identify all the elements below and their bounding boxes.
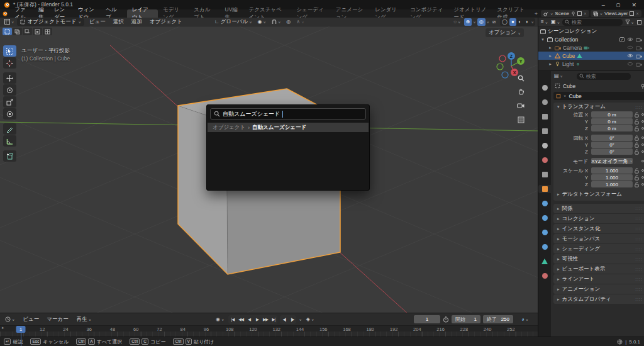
panel-grip-icon[interactable]: :::: [635,206,643,211]
pin-icon[interactable] [571,11,575,16]
outliner-row-camera[interactable]: ▸ Camera [538,43,644,52]
zoom-button[interactable] [516,73,526,83]
expand-caret-icon[interactable]: ▸ [548,45,553,50]
gizmos-toggle-button[interactable]: ⊕ [464,18,472,26]
delta-transform-header[interactable]: ▸ デルタトランスフォーム [553,188,644,198]
gizmos-dropdown-caret[interactable]: ∨ [473,20,475,24]
search-result-item[interactable]: オブジェクト › 自動スムーズシェード [208,123,369,132]
section-カスタムプロパティ[interactable]: ▸ カスタムプロパティ :::: [553,294,644,304]
hide-eye-icon[interactable] [627,62,633,66]
tool-measure-button[interactable] [3,135,16,147]
timeline-ruler[interactable]: 1224364860728496108120132144156168180192… [0,326,538,337]
disable-render-icon[interactable] [636,45,642,50]
xray-toggle-button[interactable]: ⧄ [491,18,497,26]
lock-icon[interactable] [633,168,640,174]
panel-grip-icon[interactable]: :::: [635,277,643,281]
select-mode-extend-button[interactable] [13,28,22,35]
shading-material-button[interactable]: ◐ [516,18,523,26]
lock-icon[interactable] [633,119,640,125]
properties-tab-view-layer[interactable] [538,127,551,135]
playhead[interactable]: 1 [16,326,26,333]
workspace-tab[interactable]: スクリプト作成 [492,9,531,18]
camera-view-button[interactable] [516,100,526,110]
properties-tab-world[interactable] [538,156,551,164]
tool-scale-button[interactable] [3,96,16,108]
shading-dropdown-caret[interactable]: ∨ [530,20,535,24]
transform-value-field[interactable]: 1.000∨ [591,181,633,187]
animate-dot[interactable] [641,113,644,116]
timeline-expand-arrow[interactable]: ▸ [2,325,4,330]
network-status-icon[interactable] [617,339,623,345]
lock-icon[interactable] [633,142,640,148]
shading-rendered-button[interactable]: ◑ [523,18,530,26]
select-mode-new-button[interactable] [3,28,12,35]
hide-eye-icon[interactable] [627,45,633,50]
properties-tab-object[interactable] [538,185,551,193]
animate-dot[interactable] [641,127,644,130]
properties-tab-tool[interactable] [538,84,551,92]
properties-tab-particles[interactable] [538,214,551,222]
blender-menu-icon[interactable] [3,11,8,17]
lock-icon[interactable] [633,112,640,118]
pan-button[interactable] [516,86,526,96]
close-button[interactable]: ✕ [631,2,636,8]
panel-grip-icon[interactable]: :::: [635,287,643,291]
viewport-menu-選択[interactable]: 選択 [109,18,128,26]
disable-render-icon[interactable] [636,37,642,42]
select-mode-intersect-button[interactable] [43,28,52,35]
properties-search-input[interactable]: 検索 [577,73,631,80]
select-mode-subtract-button[interactable] [23,28,32,35]
object-type-visibility-dropdown[interactable]: ◌∨ [452,18,462,26]
snap-toggle-button[interactable]: ∨ [270,18,282,26]
animate-dot[interactable] [641,150,644,153]
workspace-tab[interactable]: レイアウト [127,9,158,18]
properties-editor-type-button[interactable]: ▤∨ [553,72,564,80]
3d-viewport[interactable]: ユーザー・平行投影 (1) Collection | Cube [0,26,538,313]
section-ラインアート[interactable]: ▸ ラインアート :::: [553,274,644,284]
new-viewlayer-icon[interactable] [630,11,634,16]
lock-icon[interactable] [633,182,640,187]
transform-value-field[interactable]: 1.000∨ [591,167,633,174]
shading-wireframe-button[interactable]: ◯ [500,18,509,26]
panel-grip-icon[interactable]: :::: [635,105,643,109]
viewlayer-dropdown-caret[interactable]: ∨ [600,12,602,16]
pin-id-button[interactable] [640,84,644,89]
timeline-editor-type-button[interactable]: ∨ [3,316,16,323]
stopwatch-icon[interactable] [443,316,449,323]
properties-tab-material[interactable] [538,272,551,280]
workspace-tab[interactable]: スカルプト [189,9,219,18]
lock-icon[interactable] [633,135,640,141]
expand-caret-icon[interactable]: ▾ [540,37,545,42]
tool-cursor-button[interactable] [3,57,16,69]
timeline-menu-マーカー[interactable]: マーカー [43,316,72,323]
outliner-search-input[interactable]: 検索 [562,19,623,26]
tool-select-box-button[interactable] [3,45,16,57]
section-アニメーション[interactable]: ▸ アニメーション :::: [553,284,644,294]
lock-icon[interactable] [633,149,640,155]
tool-move-button[interactable] [3,72,16,84]
animate-dot[interactable] [641,137,644,139]
outliner-row-cube[interactable]: ▸ Cube [538,52,644,60]
workspace-tab[interactable]: コンポジティング [405,9,448,18]
timeline-menu-ビュー[interactable]: ビュー [19,316,43,323]
properties-tab-object-data[interactable] [538,257,551,265]
animate-dot[interactable] [641,143,644,146]
tool-transform-button[interactable] [3,108,16,120]
maximize-button[interactable]: ▢ [616,3,621,8]
playback-button-3[interactable]: ▶ [253,315,261,324]
panel-grip-icon[interactable]: :::: [635,247,643,251]
section-インスタンス化[interactable]: ▸ インスタンス化 :::: [553,224,644,233]
viewport-menu-オブジェクト[interactable]: オブジェクト [146,18,186,26]
step-dropdown-caret[interactable]: ∨ [299,318,301,321]
transform-value-field[interactable]: 1.000∨ [591,174,633,181]
playback-menu[interactable]: 再生∨ [75,316,93,323]
properties-tab-render[interactable] [538,98,551,106]
shading-solid-button[interactable]: ● [509,18,516,26]
section-ビューポート表示[interactable]: ▸ ビューポート表示 :::: [553,264,644,274]
panel-grip-icon[interactable]: :::: [635,226,643,231]
falloff-dropdown[interactable]: ∧∨ [294,18,306,26]
panel-grip-icon[interactable]: :::: [635,297,643,301]
animate-dot[interactable] [641,176,644,179]
keying-set-button[interactable]: ◈∨ [304,316,316,323]
transform-panel-header[interactable]: ▾ トランスフォーム :::: [553,103,644,111]
